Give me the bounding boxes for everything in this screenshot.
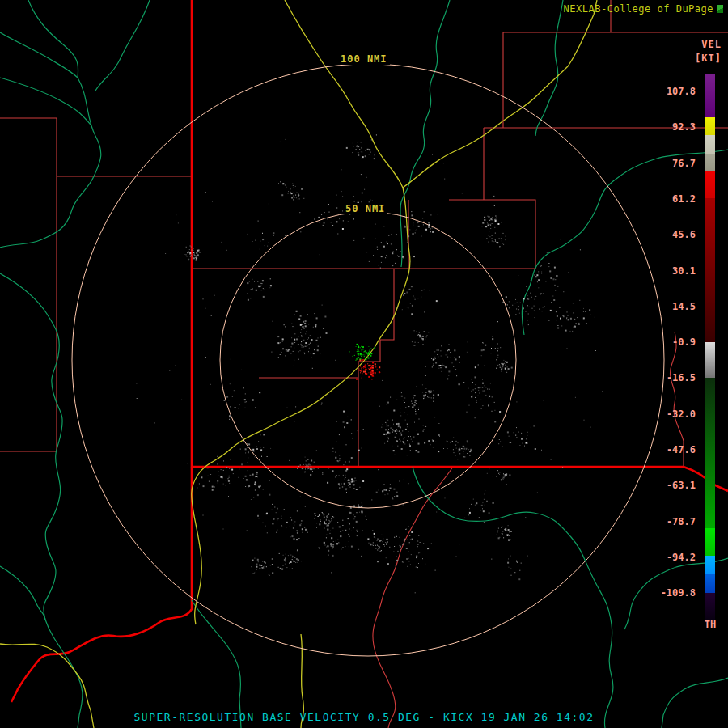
colorbar-tick: 14.5 [637, 301, 696, 312]
colorbar-tick: -16.5 [637, 372, 696, 383]
colorbar-segment-6 [705, 342, 715, 378]
site-attribution: NEXLAB-College of DuPage [564, 3, 723, 15]
threshold-label: TH [700, 619, 721, 630]
colorbar-tick: 107.8 [637, 86, 696, 97]
product-caption: SUPER-RESOLUTION BASE VELOCITY 0.5 DEG -… [0, 711, 728, 723]
attribution-text: NEXLAB-College of DuPage [564, 3, 713, 15]
county-borders [0, 0, 728, 728]
radar-display: 100 NMI 50 NMI NEXLAB-College of DuPage … [0, 0, 728, 728]
colorbar-tick: -78.7 [637, 516, 696, 527]
colorbar-tick: -94.2 [637, 552, 696, 563]
colorbar-tick: 76.7 [637, 158, 696, 169]
range-rings [72, 64, 664, 656]
velocity-colorbar [705, 74, 715, 623]
range-ring-label-50: 50 NMI [343, 203, 387, 214]
colorbar-segment-2 [705, 135, 715, 154]
colorbar-segment-9 [705, 556, 715, 574]
radar-map [0, 0, 728, 728]
colorbar-segment-8 [705, 528, 715, 556]
colorbar-tick: 45.6 [637, 229, 696, 240]
colorbar-segment-5 [705, 198, 715, 342]
range-ring-100 [72, 64, 664, 656]
range-ring-50 [220, 212, 516, 508]
colorbar-tick: 30.1 [637, 265, 696, 277]
highways [0, 0, 597, 728]
colorbar-segment-4 [705, 171, 715, 198]
colorbar-tick: 61.2 [637, 193, 696, 205]
colorbar-tick: -109.8 [637, 587, 696, 599]
colorbar-segment-10 [705, 574, 715, 593]
colorbar-tick: -32.0 [637, 408, 696, 420]
colorbar-tick: -47.6 [637, 444, 696, 455]
colorbar-segment-3 [705, 154, 715, 171]
colorbar-tick: -0.9 [637, 336, 696, 348]
colorbar-tick: -63.1 [637, 480, 696, 491]
colorbar-tick: 92.3 [637, 121, 696, 133]
product-code-label: VEL [701, 39, 722, 50]
product-units-label: [KT] [695, 53, 722, 64]
range-ring-label-100: 100 NMI [338, 53, 390, 65]
cod-logo-icon [717, 5, 723, 13]
colorbar-segment-7 [705, 378, 715, 528]
rivers [0, 0, 728, 728]
colorbar-segment-1 [705, 117, 715, 135]
colorbar-segment-0 [705, 74, 715, 117]
